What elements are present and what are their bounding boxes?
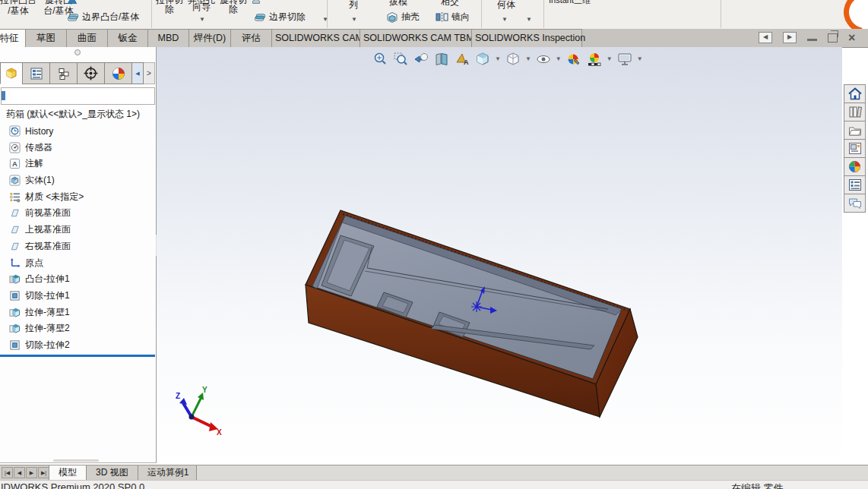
tree-item[interactable]: 拉伸-薄壁1 xyxy=(0,304,155,320)
intersect-button[interactable]: 相交 xyxy=(441,0,459,8)
manager-tabs-forward-icon[interactable]: > xyxy=(144,62,155,84)
tree-item[interactable]: 上视基准面 xyxy=(0,222,155,238)
tab-features[interactable]: 特征 xyxy=(0,29,26,47)
origin-icon xyxy=(9,257,21,269)
minimize-button[interactable] xyxy=(807,33,817,43)
tab-weldments[interactable]: 焊件(D) xyxy=(188,29,231,47)
lofted-cut-button[interactable] xyxy=(251,0,261,5)
status-bar: IDWORKS Premium 2020 SP0.0 在编辑 零件 xyxy=(0,480,868,489)
tab-featuremanager[interactable] xyxy=(0,62,23,84)
boundary-boss-base-button[interactable]: 边界凸台/基体 xyxy=(67,11,139,24)
task-pane xyxy=(844,85,866,213)
mirror-icon xyxy=(436,11,448,23)
extruded-boss-base-button[interactable]: 拉伸凸台 /基体 xyxy=(0,0,36,29)
last-sheet-icon[interactable]: ▶| xyxy=(38,467,49,478)
history-icon xyxy=(9,125,21,137)
tab-dimxpertmanager[interactable] xyxy=(77,62,105,84)
curves-dropdown-arrow-icon[interactable]: ▼ xyxy=(526,17,532,23)
tab-configurationmanager[interactable] xyxy=(49,62,78,84)
next-sheet-icon[interactable]: ▶ xyxy=(26,467,37,478)
tab-motion-study-1[interactable]: 运动算例1 xyxy=(138,465,199,481)
hole-wizard-button[interactable]: 异型孔 向导 ▼ xyxy=(186,0,217,29)
tree-item[interactable]: 前视基准面 xyxy=(0,205,155,222)
fillet-dropdown-arrow-icon[interactable]: ▼ xyxy=(322,17,328,23)
tree-item[interactable]: 原点 xyxy=(0,254,155,271)
panel-bottom-handle[interactable] xyxy=(53,459,99,462)
view-palette-tab[interactable] xyxy=(844,139,866,158)
tree-item[interactable]: 拉伸-薄壁2 xyxy=(0,320,155,337)
tab-mbd[interactable]: MBD xyxy=(147,29,189,47)
tree-item[interactable]: 材质 <未指定> xyxy=(0,188,155,205)
tree-item[interactable]: 传感器 xyxy=(0,139,155,156)
part-icon xyxy=(2,91,5,100)
restore-button[interactable] xyxy=(828,33,838,43)
loft-cut-icon xyxy=(251,0,261,5)
dropdown-arrow-icon[interactable]: ▼ xyxy=(199,17,205,23)
rollback-bar[interactable] xyxy=(0,355,155,357)
boundary-cut-button[interactable]: 边界切除 xyxy=(254,11,306,24)
tab-displaymanager[interactable] xyxy=(104,62,132,84)
cut-extrude-icon xyxy=(9,290,21,301)
solidworks-forum-tab[interactable] xyxy=(844,194,866,213)
show-right-pane-icon[interactable]: ▶ xyxy=(783,32,797,43)
prev-sheet-icon[interactable]: ◀ xyxy=(14,467,25,478)
tree-item[interactable]: 注解 xyxy=(0,156,155,172)
linear-pattern-button[interactable]: 列 ▼ xyxy=(338,0,369,29)
tab-surfaces[interactable]: 曲面 xyxy=(66,29,108,47)
tree-item[interactable]: 凸台-拉伸1 xyxy=(0,271,155,288)
manager-tab-strip: ◀ > xyxy=(0,62,156,84)
design-library-tab[interactable] xyxy=(844,103,866,121)
forum-icon xyxy=(848,197,862,210)
sheet-nav-buttons: |◀ ◀ ▶ ▶| xyxy=(2,467,49,478)
close-button[interactable]: × xyxy=(848,33,855,43)
tab-solidworks-inspection[interactable]: SOLIDWORKS Inspection xyxy=(471,29,582,47)
home-icon xyxy=(848,87,862,100)
tree-item[interactable]: History xyxy=(0,123,155,140)
ribbon-tab-bar: 特征 草图 曲面 钣金 MBD 焊件(D) 评估 SOLIDWORKS CAM … xyxy=(0,29,868,48)
tab-sheet-metal[interactable]: 钣金 xyxy=(107,29,148,47)
draft-button[interactable]: 拔模 xyxy=(389,0,407,8)
panel-splitter-handle[interactable] xyxy=(74,49,81,55)
first-sheet-icon[interactable]: |◀ xyxy=(2,467,13,478)
tree-filter-box[interactable] xyxy=(1,87,155,105)
tab-solidworks-cam[interactable]: SOLIDWORKS CAM xyxy=(271,29,360,47)
tab-sketch[interactable]: 草图 xyxy=(25,29,67,47)
instant3d-button[interactable]: Instant三维 xyxy=(549,0,591,6)
reference-triad: Y Z X xyxy=(176,386,222,437)
tree-item[interactable]: 右视基准面 xyxy=(0,238,155,255)
appearances-scenes-tab[interactable] xyxy=(844,157,866,176)
tree-root-part[interactable]: 药箱 (默认<<默认>_显示状态 1>) xyxy=(0,106,155,123)
dropdown-arrow-icon[interactable]: ▼ xyxy=(502,17,508,23)
revolved-cut-button[interactable]: 旋转切 除 xyxy=(218,0,249,29)
mirror-button[interactable]: 镜向 xyxy=(436,11,470,24)
reference-geometry-button[interactable]: 何体 ▼ xyxy=(485,0,527,29)
manager-tabs-back-icon[interactable]: ◀ xyxy=(131,62,144,84)
custom-properties-tab[interactable] xyxy=(844,175,866,194)
tab-evaluate[interactable]: 评估 xyxy=(230,29,272,47)
solid-bodies-icon xyxy=(9,175,21,186)
show-left-pane-icon[interactable]: ◀ xyxy=(759,32,772,43)
model-medicine-box[interactable]: Y Z X xyxy=(157,47,842,465)
tab-model[interactable]: 模型 xyxy=(49,465,87,481)
loft-boss-icon xyxy=(67,0,78,5)
tab-propertymanager[interactable] xyxy=(22,62,50,84)
plane-icon xyxy=(9,207,21,219)
extruded-cut-button[interactable]: 拉伸切 除 xyxy=(154,0,185,29)
home-tab[interactable] xyxy=(844,84,866,103)
lofted-boss-base-button[interactable] xyxy=(67,0,78,5)
plane-icon xyxy=(9,224,21,235)
graphics-viewport[interactable]: A ▼ ▼ ▼ ▼ ▼ xyxy=(157,47,842,465)
tree-item[interactable]: 实体(1) xyxy=(0,172,155,189)
ribbon-separator xyxy=(543,0,544,28)
shell-button[interactable]: 抽壳 xyxy=(386,11,420,24)
annotations-icon xyxy=(9,158,21,169)
appearances-icon xyxy=(848,160,861,173)
main-area: ◀ > 药箱 (默认<<默认>_显示状态 1>) History 传感器 注解 … xyxy=(0,47,868,465)
tree-item[interactable]: 切除-拉伸1 xyxy=(0,288,155,304)
file-explorer-tab[interactable] xyxy=(844,121,866,140)
tree-item[interactable]: 切除-拉伸2 xyxy=(0,337,155,354)
tab-solidworks-cam-tbm[interactable]: SOLIDWORKS CAM TBM xyxy=(360,29,472,47)
dropdown-arrow-icon[interactable]: ▼ xyxy=(351,17,357,23)
thin-extrude-icon xyxy=(9,323,21,334)
tab-3d-views[interactable]: 3D 视图 xyxy=(86,465,138,481)
